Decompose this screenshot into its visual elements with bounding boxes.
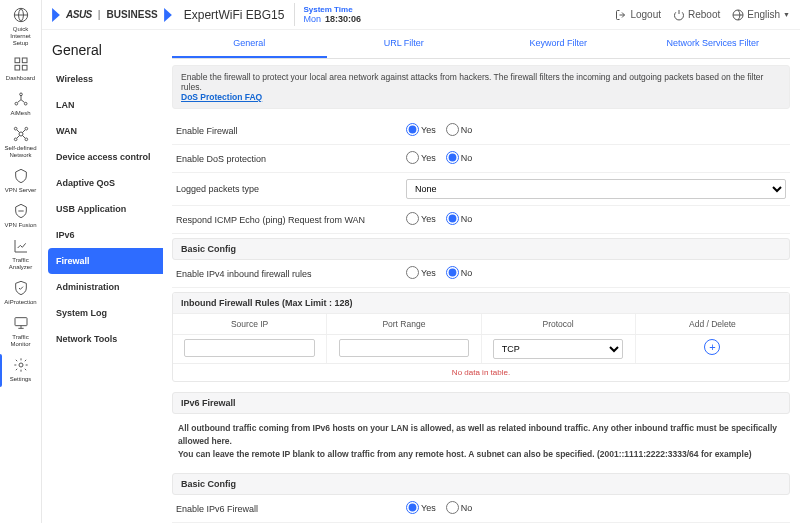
- sidebar-item-nettools[interactable]: Network Tools: [48, 326, 163, 352]
- svg-point-7: [24, 102, 27, 105]
- dashboard-icon: [11, 55, 31, 73]
- rail-vpn-server[interactable]: VPN Server: [3, 165, 39, 198]
- shield-icon: [11, 279, 31, 297]
- svg-point-12: [25, 138, 28, 141]
- label-logged-type: Logged packets type: [176, 184, 406, 194]
- radio-icmp-no[interactable]: No: [446, 212, 473, 225]
- rail-quick-setup[interactable]: Quick Internet Setup: [3, 4, 39, 51]
- label-icmp: Respond ICMP Echo (ping) Request from WA…: [176, 215, 406, 225]
- chevron-down-icon: ▼: [783, 11, 790, 18]
- tab-keyword-filter[interactable]: Keyword Filter: [481, 30, 636, 58]
- vpn-icon: [11, 167, 31, 185]
- radio-icmp-yes[interactable]: Yes: [406, 212, 436, 225]
- section-basic-config: Basic Config: [172, 238, 790, 260]
- rail-sdn[interactable]: Self-defined Network: [3, 123, 39, 163]
- ipv6-description: All outbound traffic coming from IPv6 ho…: [172, 414, 790, 469]
- topbar: ASUS | BUSINESS ExpertWiFi EBG15 System …: [42, 0, 800, 30]
- label-enable-firewall: Enable Firewall: [176, 126, 406, 136]
- radio-firewall-no[interactable]: No: [446, 123, 473, 136]
- rail-aiprotection[interactable]: AiProtection: [3, 277, 39, 310]
- mesh-icon: [11, 90, 31, 108]
- section-ipv6: IPv6 Firewall: [172, 392, 790, 414]
- system-time: System Time Mon18:30:06: [294, 3, 369, 26]
- sidebar-item-device-access[interactable]: Device access control: [48, 144, 163, 170]
- select-logged-type[interactable]: None: [406, 179, 786, 199]
- analyzer-icon: [11, 237, 31, 255]
- language-select[interactable]: English▼: [732, 9, 790, 21]
- sidebar-item-admin[interactable]: Administration: [48, 274, 163, 300]
- chevron-icon: [52, 8, 60, 22]
- monitor-icon: [11, 314, 31, 332]
- svg-point-14: [19, 363, 23, 367]
- sidebar: General Wireless LAN WAN Device access c…: [42, 30, 162, 523]
- svg-point-9: [14, 127, 17, 130]
- radio-ipv4-yes[interactable]: Yes: [406, 266, 436, 279]
- tab-bar: General URL Filter Keyword Filter Networ…: [172, 30, 790, 59]
- svg-rect-1: [15, 58, 20, 63]
- radio-ipv4-no[interactable]: No: [446, 266, 473, 279]
- logout-icon: [615, 9, 627, 21]
- icon-rail: Quick Internet Setup Dashboard AiMesh Se…: [0, 0, 42, 523]
- label-enable-ipv4: Enable IPv4 inbound firewall rules: [176, 269, 406, 279]
- sidebar-item-qos[interactable]: Adaptive QoS: [48, 170, 163, 196]
- sidebar-title: General: [52, 42, 162, 58]
- sidebar-item-ipv6[interactable]: IPv6: [48, 222, 163, 248]
- svg-point-6: [15, 102, 18, 105]
- svg-rect-2: [22, 58, 27, 63]
- globe-icon: [11, 6, 31, 24]
- model-name: ExpertWiFi EBG15: [184, 8, 285, 22]
- tab-general[interactable]: General: [172, 30, 327, 58]
- tab-services-filter[interactable]: Network Services Filter: [636, 30, 791, 58]
- tab-url-filter[interactable]: URL Filter: [327, 30, 482, 58]
- sidebar-item-wan[interactable]: WAN: [48, 118, 163, 144]
- radio-firewall-yes[interactable]: Yes: [406, 123, 436, 136]
- rail-vpn-fusion[interactable]: VPN Fusion: [3, 200, 39, 233]
- info-banner: Enable the firewall to protect your loca…: [172, 65, 790, 109]
- nodata4: No data in table.: [173, 363, 789, 381]
- input-source-ip[interactable]: [184, 339, 315, 357]
- rail-dashboard[interactable]: Dashboard: [3, 53, 39, 86]
- rail-settings[interactable]: Settings: [3, 354, 39, 387]
- label-enable-ipv6: Enable IPv6 Firewall: [176, 504, 406, 514]
- sidebar-item-syslog[interactable]: System Log: [48, 300, 163, 326]
- add-rule4-button[interactable]: +: [704, 339, 720, 355]
- power-icon: [673, 9, 685, 21]
- svg-rect-3: [15, 65, 20, 70]
- label-enable-dos: Enable DoS protection: [176, 154, 406, 164]
- sidebar-item-wireless[interactable]: Wireless: [48, 66, 163, 92]
- sidebar-item-firewall[interactable]: Firewall: [48, 248, 163, 274]
- logout-button[interactable]: Logout: [615, 9, 661, 21]
- reboot-button[interactable]: Reboot: [673, 9, 720, 21]
- svg-point-10: [25, 127, 28, 130]
- radio-dos-no[interactable]: No: [446, 151, 473, 164]
- chevron-icon: [164, 8, 172, 22]
- rail-traffic-monitor[interactable]: Traffic Monitor: [3, 312, 39, 352]
- gear-icon: [11, 356, 31, 374]
- settings-panel: General URL Filter Keyword Filter Networ…: [162, 30, 800, 523]
- select-protocol4[interactable]: TCP: [493, 339, 624, 359]
- sidebar-item-lan[interactable]: LAN: [48, 92, 163, 118]
- rail-aimesh[interactable]: AiMesh: [3, 88, 39, 121]
- vpn-fusion-icon: [11, 202, 31, 220]
- section-basic-config-ipv6: Basic Config: [172, 473, 790, 495]
- radio-ipv6-yes[interactable]: Yes: [406, 501, 436, 514]
- rail-traffic-analyzer[interactable]: Traffic Analyzer: [3, 235, 39, 275]
- radio-ipv6-no[interactable]: No: [446, 501, 473, 514]
- sidebar-item-usb[interactable]: USB Application: [48, 196, 163, 222]
- input-port-range[interactable]: [339, 339, 470, 357]
- dos-faq-link[interactable]: DoS Protection FAQ: [181, 92, 262, 102]
- brand-logo: ASUS | BUSINESS ExpertWiFi EBG15: [52, 8, 284, 22]
- network-icon: [11, 125, 31, 143]
- svg-rect-13: [15, 318, 27, 326]
- svg-rect-4: [22, 65, 27, 70]
- globe-icon: [732, 9, 744, 21]
- radio-dos-yes[interactable]: Yes: [406, 151, 436, 164]
- svg-point-5: [19, 93, 22, 96]
- svg-point-11: [14, 138, 17, 141]
- table-ipv4-rules: Inbound Firewall Rules (Max Limit : 128)…: [172, 292, 790, 382]
